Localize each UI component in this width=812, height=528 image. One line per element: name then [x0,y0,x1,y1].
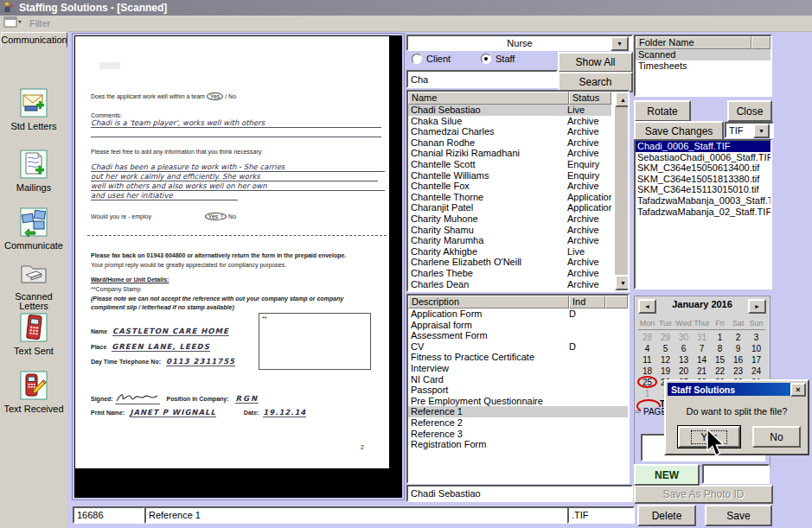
description-row[interactable]: Reference 1 [408,406,628,417]
description-row[interactable]: Interview [408,363,628,374]
file-row[interactable]: TafadzwaMabanja_02_Staff.TIF [636,207,770,218]
description-row[interactable]: NI Card [408,374,628,385]
calendar-date[interactable]: 1 [711,332,729,343]
sidebar-item-mailings[interactable]: Mailings [0,149,67,193]
record-id-field[interactable]: 16686 [73,506,145,524]
staff-row[interactable]: Charity MarumhaArchive [408,235,611,246]
mdi-child-icon[interactable] [3,16,22,30]
calendar-date[interactable]: 31 [693,332,711,343]
sidebar-item-communicate[interactable]: Communicate [0,207,67,251]
save-changes-button[interactable]: Save Changes [634,121,724,141]
calendar-date[interactable]: 12 [656,354,675,366]
rotate-button[interactable]: Rotate [634,100,691,122]
calendar-date[interactable]: 10 [747,343,765,354]
description-row[interactable]: Pre Employment Questionnaire [408,396,628,407]
tab-communication[interactable]: Communication [1,32,67,48]
sidebar-item-text-sent[interactable]: Text Sent [0,313,67,356]
calendar-date[interactable]: 14 [693,354,711,366]
staff-row[interactable]: Charity MuhoneArchive [408,213,611,225]
calendar-date[interactable]: 13 [675,354,693,366]
staff-row[interactable]: Chanial Riziki RamadhaniArchive [408,148,611,159]
calendar-date[interactable]: 11 [638,354,656,366]
calendar-date[interactable]: 28 [638,332,656,343]
dialog-close-icon[interactable]: × [790,383,806,397]
staff-row[interactable]: Chantelle ThorneApplication [408,192,611,203]
dialog-title-bar[interactable]: Staff Solutions [668,383,806,396]
calendar-date[interactable]: 5 [656,343,675,354]
file-row[interactable]: Chadi_0006_Staff.TIF [636,141,770,152]
staff-row[interactable]: Charity AkhigbeLive [408,246,611,258]
description-row[interactable]: Application FormD [408,309,628,320]
staff-row[interactable]: Charanjit PatelApplication [408,202,611,213]
staff-row[interactable]: Charles DeanArchive [408,279,611,290]
calendar-date[interactable]: 8 [711,343,729,354]
save-as-photo-id-button[interactable]: Save As Photo ID [634,485,773,504]
column-header-ind[interactable]: Ind [569,296,605,309]
description-row[interactable]: Appraisal form [408,320,628,331]
title-bar[interactable]: Staffing Solutions - [Scanned] [0,0,812,16]
scanned-document[interactable]: Does the applicant work well within a te… [74,35,402,498]
column-header-name[interactable]: Name [408,92,569,105]
calendar-date[interactable]: 20 [675,366,693,377]
calendar-date[interactable]: 6 [675,343,693,354]
radio-client[interactable]: Client [412,54,451,64]
calendar-date[interactable]: 25 [638,377,656,388]
staff-row[interactable]: Chanan RodheArchive [408,137,611,149]
calendar-date[interactable]: 16 [729,354,747,366]
calendar-date[interactable]: 24 [747,366,765,377]
calendar-date[interactable]: 17 [747,354,765,366]
folder-row[interactable]: Scanned [636,49,770,60]
calendar-date[interactable]: 15 [711,354,729,366]
staff-row[interactable]: Charles ThebeArchive [408,268,611,279]
file-row[interactable]: SKM_C364e15113015010.tif [636,184,770,195]
new-value-field[interactable] [702,464,770,484]
staff-row[interactable]: Charlene Elizabeth O'NeillArchive [408,257,611,268]
description-row[interactable]: Reference 2 [408,417,628,429]
staff-list-scrollbar[interactable]: ▲ ▼ [615,92,628,290]
staff-row[interactable]: Chantelle ScottEnquiry [408,159,611,170]
calendar-date[interactable]: 9 [729,343,747,354]
description-row[interactable]: Passport [408,385,628,396]
file-row[interactable]: SKM_C364e15051813380.tif [636,174,770,185]
staff-row[interactable]: Chantelle WilliamsEnquiry [408,170,611,181]
column-header-description[interactable]: Description [408,296,569,309]
calendar-date[interactable]: 7 [693,343,711,354]
description-row[interactable]: Assessment Form [408,330,628,341]
sidebar-item-std-letters[interactable]: Std Letters [0,88,67,131]
file-row[interactable]: TafadzwaMabanja_0003_Staff.TIF [636,195,770,207]
category-dropdown-button[interactable]: ▼ [611,36,629,51]
folder-row[interactable]: Timesheets [636,60,770,72]
file-row[interactable]: SKM_C364e15050613400.tif [636,162,770,174]
extension-field[interactable]: .TIF [567,506,635,524]
calendar-date[interactable]: 30 [675,332,693,343]
record-name-field[interactable]: Chadi Sebastiao [406,485,633,502]
category-combobox[interactable]: Nurse [406,35,633,51]
close-button[interactable]: Close [727,100,772,122]
calendar-date[interactable]: 1 [638,388,656,399]
description-row[interactable]: Registration Form [408,439,628,450]
menu-filter[interactable]: Filter [29,18,50,29]
delete-button[interactable]: Delete [637,505,696,526]
sidebar-item-text-received[interactable]: Text Received [0,371,67,414]
calendar-next-icon[interactable]: ► [748,299,766,314]
calendar-date[interactable]: 22 [711,366,729,377]
calendar-date[interactable]: 29 [656,332,675,343]
column-header-folder-name[interactable]: Folder Name [636,36,751,49]
format-dropdown-button[interactable]: ▼ [753,124,770,138]
calendar-date[interactable]: 4 [638,343,656,354]
scroll-up-icon[interactable]: ▲ [615,92,630,107]
description-row[interactable]: CVD [408,341,628,353]
staff-row[interactable]: Chamedzai CharlesArchive [408,126,611,137]
show-all-button[interactable]: Show All [558,52,633,73]
sidebar-item-scanned-letters[interactable]: Scanned Letters [0,260,67,311]
new-button[interactable]: NEW [634,464,700,486]
dialog-no-button[interactable]: No [752,426,801,448]
save-button[interactable]: Save [705,505,772,526]
calendar-date[interactable]: 21 [693,366,711,377]
staff-row[interactable]: Charity ShamuArchive [408,225,611,236]
reference-field[interactable]: Reference 1 [144,506,569,524]
radio-staff[interactable]: Staff [481,54,515,64]
scroll-down-icon[interactable]: ▼ [615,275,630,290]
staff-row[interactable]: Chantelle FoxArchive [408,181,611,192]
search-input[interactable]: Cha [406,70,558,88]
